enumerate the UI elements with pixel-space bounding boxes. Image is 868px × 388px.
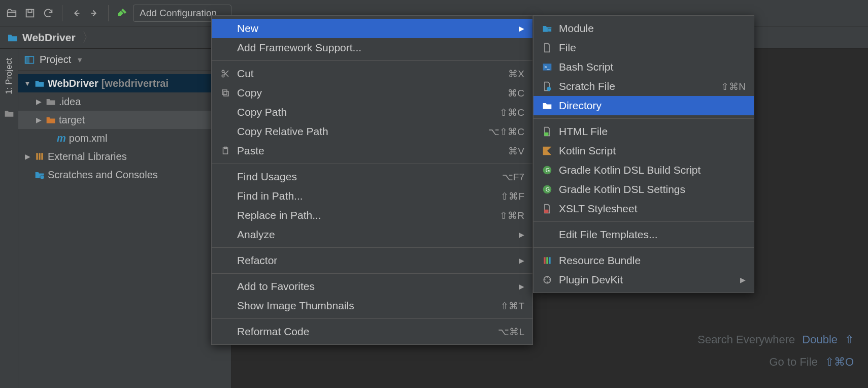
- panel-title[interactable]: Project: [40, 54, 71, 66]
- tree-node-scratches[interactable]: Scratches and Consoles: [18, 166, 231, 184]
- submenu-arrow-icon: ▶: [519, 282, 524, 290]
- breadcrumb-project[interactable]: WebDriver: [22, 31, 76, 44]
- svg-text:G: G: [546, 167, 550, 173]
- build-icon[interactable]: [115, 6, 130, 21]
- svg-rect-26: [549, 257, 550, 264]
- new-submenu-item[interactable]: GGradle Kotlin DSL Settings: [533, 180, 754, 199]
- context-menu-item[interactable]: Copy Relative Path⌥⇧⌘C: [212, 122, 532, 141]
- tree-node-target[interactable]: ▶ target: [18, 111, 231, 129]
- context-menu-item[interactable]: Paste⌘V: [212, 141, 532, 160]
- svg-rect-25: [546, 257, 548, 264]
- expand-icon[interactable]: ▶: [23, 152, 31, 160]
- dropdown-icon[interactable]: ▼: [76, 56, 83, 64]
- menu-item-label: Bash Script: [559, 61, 746, 73]
- open-icon[interactable]: [4, 6, 19, 21]
- context-menu-item[interactable]: Reformat Code⌥⌘L: [212, 322, 532, 341]
- menu-separator: [212, 164, 532, 164]
- gradle-icon: G: [542, 184, 553, 195]
- gradle-icon: G: [542, 165, 553, 175]
- hint-key: ⇧⌘O: [825, 355, 854, 369]
- tree-node-root[interactable]: ▼ WebDriver [webdrivertrai: [18, 74, 231, 92]
- tree-detail: [webdrivertrai: [102, 78, 169, 89]
- expand-icon[interactable]: ▶: [35, 98, 43, 106]
- expand-icon[interactable]: ▶: [35, 116, 43, 124]
- project-tree: ▼ WebDriver [webdrivertrai ▶ .idea ▶: [18, 71, 231, 184]
- new-submenu-item[interactable]: Kotlin Script: [533, 141, 754, 160]
- expand-icon[interactable]: ▼: [23, 79, 31, 87]
- module-icon: [542, 24, 553, 33]
- menu-item-label: HTML File: [559, 125, 746, 138]
- gutter-project-tab[interactable]: 1: Project: [4, 54, 14, 99]
- new-submenu-item[interactable]: Edit File Templates...: [533, 225, 754, 244]
- shortcut-label: ⇧⌘F: [500, 190, 524, 202]
- xslt-icon: [542, 204, 553, 214]
- menu-item-label: Reformat Code: [237, 326, 492, 338]
- context-menu-item[interactable]: Copy Path⇧⌘C: [212, 103, 532, 122]
- scissors-icon: [220, 69, 231, 78]
- menu-item-label: Resource Bundle: [559, 254, 746, 267]
- context-menu-item[interactable]: Find in Path...⇧⌘F: [212, 186, 532, 206]
- plugin-icon: [542, 275, 553, 285]
- menu-item-label: Edit File Templates...: [559, 229, 746, 241]
- tree-node-pom[interactable]: m pom.xml: [18, 129, 231, 147]
- paste-icon: [220, 146, 231, 155]
- forward-icon[interactable]: [87, 6, 102, 21]
- menu-item-label: Analyze: [237, 229, 513, 241]
- context-menu-item[interactable]: Add to Favorites▶: [212, 277, 532, 296]
- folder-icon: [542, 101, 553, 110]
- new-submenu-item[interactable]: Directory: [533, 96, 754, 115]
- save-icon[interactable]: [22, 6, 38, 21]
- new-submenu-item[interactable]: Resource Bundle: [533, 251, 754, 270]
- context-menu-item[interactable]: Add Framework Support...: [212, 38, 532, 57]
- menu-item-label: Directory: [559, 100, 746, 112]
- chevron-right-icon: 〉: [82, 28, 95, 46]
- context-menu-item[interactable]: New▶: [212, 19, 532, 38]
- sync-icon[interactable]: [41, 6, 56, 21]
- folder-icon: [35, 79, 45, 88]
- panel-header: Project ▼: [18, 49, 231, 71]
- context-menu-item[interactable]: Copy⌘C: [212, 83, 532, 103]
- context-menu-item[interactable]: Show Image Thumbnails⇧⌘T: [212, 296, 532, 315]
- new-submenu-item[interactable]: Plugin DevKit▶: [533, 270, 754, 289]
- new-submenu-item[interactable]: Scratch File⇧⌘N: [533, 77, 754, 96]
- shortcut-label: ⇧⌘T: [500, 300, 524, 312]
- svg-rect-14: [548, 28, 552, 32]
- context-menu-item[interactable]: Analyze▶: [212, 225, 532, 244]
- menu-separator: [212, 247, 532, 248]
- context-menu-item[interactable]: Cut⌘X: [212, 64, 532, 83]
- menu-item-label: Copy Relative Path: [237, 125, 482, 138]
- scratch-icon: [35, 170, 45, 179]
- new-submenu-item[interactable]: XSLT Stylesheet: [533, 199, 754, 218]
- context-menu: New▶Add Framework Support...Cut⌘XCopy⌘CC…: [211, 15, 533, 345]
- menu-item-label: Add to Favorites: [237, 280, 513, 293]
- menu-item-label: Gradle Kotlin DSL Build Script: [559, 164, 746, 176]
- svg-rect-11: [222, 90, 227, 94]
- folder-icon[interactable]: [2, 106, 17, 121]
- menu-separator: [212, 273, 532, 274]
- new-submenu-item[interactable]: File: [533, 38, 754, 57]
- submenu-arrow-icon: ▶: [519, 24, 524, 33]
- svg-point-7: [40, 175, 44, 179]
- tree-node-idea[interactable]: ▶ .idea: [18, 92, 231, 111]
- context-menu-item[interactable]: Find Usages⌥F7: [212, 167, 532, 186]
- bundle-icon: [542, 255, 553, 266]
- context-menu-item[interactable]: Refactor▶: [212, 251, 532, 270]
- shortcut-label: ⌘V: [508, 145, 524, 157]
- back-icon[interactable]: [69, 6, 84, 21]
- tree-label: WebDriver: [48, 78, 98, 89]
- new-submenu-item[interactable]: GGradle Kotlin DSL Build Script: [533, 160, 754, 180]
- new-submenu-item[interactable]: HTML File: [533, 122, 754, 141]
- menu-item-label: Find in Path...: [237, 190, 494, 202]
- tree-node-external-libs[interactable]: ▶ External Libraries: [18, 147, 231, 166]
- context-menu-item[interactable]: Replace in Path...⇧⌘R: [212, 206, 532, 225]
- new-submenu-item[interactable]: >_Bash Script: [533, 57, 754, 77]
- menu-item-label: New: [237, 22, 513, 35]
- svg-rect-3: [25, 56, 29, 63]
- library-icon: [35, 151, 45, 161]
- menu-item-label: Replace in Path...: [237, 209, 493, 221]
- svg-rect-23: [544, 210, 548, 213]
- new-submenu-item[interactable]: Module: [533, 19, 754, 38]
- folder-icon: [46, 97, 56, 106]
- html-icon: [542, 126, 553, 137]
- hint-search: Search Everywhere Double ⇧: [697, 333, 854, 346]
